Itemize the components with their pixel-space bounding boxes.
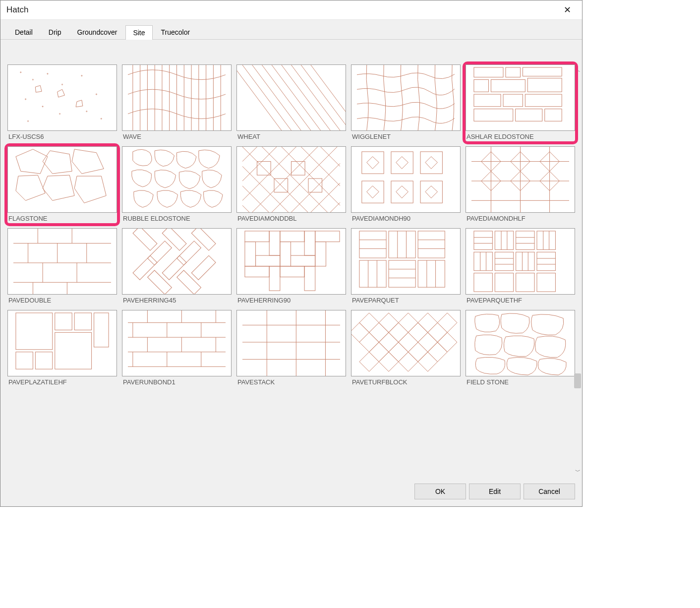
pattern-swatch-wigglenet[interactable] <box>351 64 461 131</box>
pattern-label: PAVEPARQUETHF <box>466 295 575 305</box>
pattern-label: ASHLAR ELDOSTONE <box>466 131 575 141</box>
pattern-swatch-ashlar-eldostone[interactable] <box>466 64 575 131</box>
pattern-cell: PAVEDIAMONDDBL <box>236 146 346 223</box>
pattern-swatch-pavediamondhlf[interactable] <box>466 146 575 213</box>
pattern-cell: FLAGSTONE <box>7 146 117 223</box>
pattern-swatch-rubble-eldostone[interactable] <box>122 146 232 213</box>
pattern-label: PAVEDIAMONDH90 <box>351 213 461 223</box>
tab-detail[interactable]: Detail <box>7 25 40 39</box>
hatch-dialog: Hatch ✕ DetailDripGroundcoverSiteTruecol… <box>0 0 583 507</box>
pattern-cell: PAVERUNBOND1 <box>122 310 232 387</box>
pattern-label: LFX-USCS6 <box>7 131 117 141</box>
pattern-label: WHEAT <box>236 131 346 141</box>
titlebar: Hatch ✕ <box>0 0 582 20</box>
pattern-label: WIGGLENET <box>351 131 461 141</box>
pattern-label: PAVEDIAMONDHLF <box>466 213 575 223</box>
pattern-cell: ASHLAR ELDOSTONE <box>466 64 575 141</box>
pattern-cell: PAVEPARQUETHF <box>466 228 575 305</box>
pattern-label: PAVESTACK <box>236 376 346 387</box>
pattern-label: PAVERUNBOND1 <box>122 376 232 387</box>
pattern-swatch-pavestack[interactable] <box>236 310 346 376</box>
pattern-label: FLAGSTONE <box>7 213 117 223</box>
pattern-label: PAVEDIAMONDDBL <box>236 213 346 223</box>
cancel-button[interactable]: Cancel <box>524 484 575 499</box>
pattern-swatch-paverunbond1[interactable] <box>122 310 232 376</box>
pattern-cell: WIGGLENET <box>351 64 461 141</box>
pattern-label: PAVEHERRING45 <box>122 295 232 305</box>
pattern-cell: FIELD STONE <box>466 310 575 387</box>
pattern-swatch-paveturfblock[interactable] <box>351 310 461 376</box>
pattern-label: PAVEPLAZATILEHF <box>7 376 117 387</box>
pattern-swatch-paveparquet[interactable] <box>351 228 461 295</box>
pattern-cell: WAVE <box>122 64 232 141</box>
pattern-cell: PAVEDIAMONDHLF <box>466 146 575 223</box>
tab-site[interactable]: Site <box>125 25 152 40</box>
pattern-label: WAVE <box>122 131 232 141</box>
pattern-cell: PAVEDIAMONDH90 <box>351 146 461 223</box>
pattern-cell: PAVETURFBLOCK <box>351 310 461 387</box>
gallery-area: ︿ LFX-USCS6WAVEWHEATWIGGLENETASHLAR ELDO… <box>0 40 582 479</box>
pattern-label: PAVETURFBLOCK <box>351 376 461 387</box>
pattern-label: PAVEPARQUET <box>351 295 461 305</box>
pattern-swatch-pavediamonddbl[interactable] <box>236 146 346 213</box>
tab-drip[interactable]: Drip <box>41 25 69 39</box>
pattern-label: RUBBLE ELDOSTONE <box>122 213 232 223</box>
edit-button[interactable]: Edit <box>469 484 521 499</box>
button-row: OK Edit Cancel <box>0 479 582 506</box>
pattern-swatch-paveparquethf[interactable] <box>466 228 575 295</box>
pattern-cell: RUBBLE ELDOSTONE <box>122 146 232 223</box>
dialog-title: Hatch <box>6 5 28 15</box>
pattern-cell: PAVEDOUBLE <box>7 228 117 305</box>
pattern-label: FIELD STONE <box>466 376 575 387</box>
pattern-cell: PAVEHERRING45 <box>122 228 232 305</box>
pattern-swatch-flagstone[interactable] <box>7 146 117 213</box>
pattern-gallery: LFX-USCS6WAVEWHEATWIGGLENETASHLAR ELDOST… <box>7 64 575 387</box>
tab-truecolor[interactable]: Truecolor <box>154 25 198 39</box>
pattern-cell: PAVESTACK <box>236 310 346 387</box>
tabs-row: DetailDripGroundcoverSiteTruecolor <box>0 20 582 40</box>
pattern-swatch-paveherring90[interactable] <box>236 228 346 295</box>
pattern-swatch-pavedouble[interactable] <box>7 228 117 295</box>
pattern-swatch-lfx-uscs6[interactable] <box>7 64 117 131</box>
tab-groundcover[interactable]: Groundcover <box>69 25 124 39</box>
close-icon[interactable]: ✕ <box>557 3 577 16</box>
pattern-label: PAVEDOUBLE <box>7 295 117 305</box>
pattern-label: PAVEHERRING90 <box>236 295 346 305</box>
pattern-cell: PAVEPARQUET <box>351 228 461 305</box>
ok-button[interactable]: OK <box>414 484 466 499</box>
pattern-cell: LFX-USCS6 <box>7 64 117 141</box>
pattern-swatch-pavediamondh90[interactable] <box>351 146 461 213</box>
pattern-swatch-wheat[interactable] <box>236 64 346 131</box>
pattern-swatch-paveherring45[interactable] <box>122 228 232 295</box>
scroll-thumb[interactable] <box>574 373 581 388</box>
scroll-down-icon[interactable]: ﹀ <box>573 467 582 476</box>
pattern-cell: WHEAT <box>236 64 346 141</box>
pattern-swatch-field-stone[interactable] <box>466 310 575 376</box>
pattern-cell: PAVEPLAZATILEHF <box>7 310 117 387</box>
pattern-swatch-paveplazatilehf[interactable] <box>7 310 117 376</box>
pattern-cell: PAVEHERRING90 <box>236 228 346 305</box>
pattern-swatch-wave[interactable] <box>122 64 232 131</box>
